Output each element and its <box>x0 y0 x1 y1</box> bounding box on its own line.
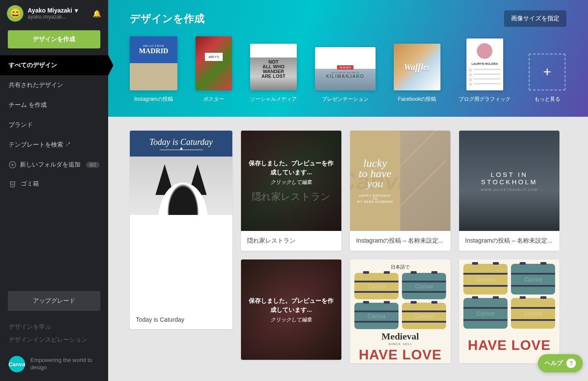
hero-section: デザインを作成 画像サイズを指定 HELLO FROM MADRID Insta… <box>108 0 588 117</box>
brand-block: Canva Empowering the world to design <box>0 351 108 381</box>
design-card[interactable]: 日本語で Canva Canva Canva Canva Medieval SI… <box>350 259 450 363</box>
design-card[interactable]: LOST IN STOCKHOLM WWW.ALICETRAVELS.COM I… <box>459 131 559 251</box>
sidebar: 😄 Ayako Miyazaki ▾ ayako.miyazak... 🔔 デザ… <box>0 0 108 381</box>
template-poster[interactable]: ABEY'S ポスター <box>196 36 232 103</box>
create-design-button[interactable]: デザインを作成 <box>8 30 100 48</box>
template-instagram[interactable]: HELLO FROM MADRID Instagramの投稿 <box>130 36 177 103</box>
design-card[interactable]: Canva luckyto haveyou HAPPY BIRTHDAY TOM… <box>350 131 450 251</box>
plus-circle-icon <box>9 161 16 169</box>
user-block[interactable]: 😄 Ayako Miyazaki ▾ ayako.miyazak... 🔔 <box>0 0 108 27</box>
template-label: ブログ用グラフィック <box>459 96 511 103</box>
user-email: ayako.miyazak... <box>28 14 88 20</box>
user-name: Ayako Miyazaki <box>28 7 72 14</box>
template-social[interactable]: NOTALL WHOWANDERARE LOST ソーシャルメディア <box>250 44 297 103</box>
design-card[interactable]: Canva Canva Canva Canva HAVE LOVE <box>459 259 559 363</box>
template-label: ポスター <box>203 96 224 103</box>
help-label: ヘルプ <box>545 359 563 367</box>
design-inspiration-link[interactable]: デザインインスピレーション <box>9 333 100 346</box>
learn-design-link[interactable]: デザインを学ぶ <box>9 320 100 333</box>
design-title: 隠れ家レストラン <box>241 231 341 251</box>
sidebar-nav: すべてのデザイン 共有されたデザイン チーム を作成 ブランド テンプレートを検… <box>0 55 108 155</box>
plus-icon: + <box>529 54 566 90</box>
upgrade-button[interactable]: アップグレード <box>8 291 100 311</box>
design-card[interactable]: Today is Caturday Today is Caturday <box>130 131 232 329</box>
brand-tagline: Empowering the world to design <box>30 357 100 371</box>
new-folder-label: 新しいフォルダを追加 <box>20 161 80 169</box>
template-more[interactable]: + もっと見る <box>529 54 566 103</box>
folder-count: 0/2 <box>86 162 100 168</box>
designs-section: Today is Caturday Today is Caturday <box>108 117 588 381</box>
design-title: Instagramの投稿 – 名称未設定... <box>350 231 450 251</box>
hero-title: デザインを作成 <box>130 12 205 26</box>
template-facebook[interactable]: Waffles Facebookの投稿 <box>394 44 440 103</box>
chevron-down-icon: ▾ <box>75 7 78 14</box>
nav-create-team[interactable]: チーム を作成 <box>0 95 108 115</box>
trash-button[interactable]: ゴミ箱 <box>0 175 108 193</box>
trash-icon <box>9 180 16 188</box>
help-icon: ? <box>566 359 576 368</box>
templates-row: HELLO FROM MADRID Instagramの投稿 ABEY'S ポス… <box>130 36 566 103</box>
bell-icon[interactable]: 🔔 <box>93 10 101 18</box>
brand-logo: Canva <box>9 356 25 372</box>
nav-search-templates[interactable]: テンプレートを検索 ↗ <box>0 135 108 155</box>
template-label: ソーシャルメディア <box>250 96 297 103</box>
nav-all-designs[interactable]: すべてのデザイン <box>0 55 108 75</box>
new-folder-button[interactable]: 新しいフォルダを追加 0/2 <box>0 155 108 175</box>
avatar: 😄 <box>7 5 23 22</box>
template-label: Instagramの投稿 <box>134 96 173 103</box>
custom-size-button[interactable]: 画像サイズを指定 <box>504 10 566 27</box>
design-card[interactable]: 保存しました。プレビューを作成しています... クリックして編集 <box>241 259 341 360</box>
help-button[interactable]: ヘルプ ? <box>538 354 583 372</box>
more-label: もっと見る <box>534 96 560 103</box>
nav-brand[interactable]: ブランド <box>0 115 108 135</box>
template-presentation[interactable]: 05.28.2014 DAY FOUR OF THE TRIP TO KILIM… <box>315 47 376 103</box>
trash-label: ゴミ箱 <box>21 180 39 188</box>
footer-links: デザインを学ぶ デザインインスピレーション <box>0 316 108 351</box>
template-label: プレゼンテーション <box>322 96 369 103</box>
design-card[interactable]: 保存しました。プレビューを作成しています... クリックして編集 隠れ家レストラ… <box>241 131 341 251</box>
nav-shared-designs[interactable]: 共有されたデザイン <box>0 75 108 95</box>
template-label: Facebookの投稿 <box>398 96 437 103</box>
design-title: Instagramの投稿 – 名称未設定... <box>459 231 559 251</box>
main-content: デザインを作成 画像サイズを指定 HELLO FROM MADRID Insta… <box>108 0 588 381</box>
design-title: Today is Caturday <box>130 310 232 329</box>
template-blog[interactable]: LAURYN HOLDEN ブログ用グラフィック <box>459 38 511 103</box>
